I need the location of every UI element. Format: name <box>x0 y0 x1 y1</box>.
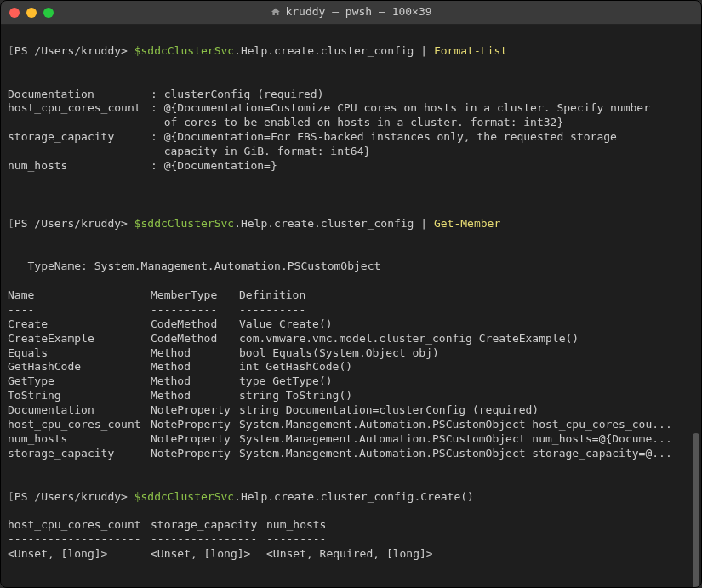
prompt-path: /Users/kruddy> <box>34 490 128 503</box>
scrollbar[interactable] <box>693 433 699 587</box>
cv2: <Unset, [long]> <box>151 547 266 562</box>
prompt-path: /Users/kruddy> <box>34 217 128 230</box>
terminal-body[interactable]: [PS /Users/kruddy> $sddcClusterSvc.Help.… <box>1 25 701 587</box>
window-title: kruddy — pwsh — 100×39 <box>270 5 431 20</box>
gm-def: int GetHashCode() <box>239 360 352 373</box>
fl-row: storage_capacity: @{Documentation=For EB… <box>8 130 617 143</box>
cmd-method: .Help.create.cluster_config <box>234 44 414 57</box>
gm-name: Create <box>8 317 151 332</box>
prompt-path: /Users/kruddy> <box>34 44 128 57</box>
ch1: host_cpu_cores_count <box>8 518 151 533</box>
cd3: --------- <box>266 533 326 545</box>
col-def: Definition <box>239 288 305 301</box>
gm-type: NoteProperty <box>151 447 239 461</box>
typename-label: TypeName: <box>27 260 87 272</box>
gm-def: type GetType() <box>239 374 333 387</box>
gm-row: CreateCodeMethodValue Create() <box>8 317 333 330</box>
titlebar: kruddy — pwsh — 100×39 <box>1 1 701 25</box>
gm-dashes: ------------------------ <box>8 303 305 316</box>
fl-row: of cores to be enabled on hosts in a clu… <box>8 116 563 128</box>
create-dashes: ----------------------------------------… <box>8 533 326 545</box>
fl-value: : clusterConfig (required) <box>151 88 324 100</box>
ch2: storage_capacity <box>151 518 266 533</box>
cmd-method: .Help.create.cluster_config <box>234 217 414 230</box>
fl-row: num_hosts: @{Documentation=} <box>8 159 277 172</box>
gm-type: NoteProperty <box>151 432 239 447</box>
gm-row: ToStringMethodstring ToString() <box>8 389 352 402</box>
cmd-var: $sddcClusterSvc <box>134 44 234 57</box>
fl-value: capacity in GiB. format: int64} <box>151 145 370 157</box>
fl-name: storage_capacity <box>8 130 151 145</box>
maximize-icon[interactable] <box>43 8 54 18</box>
gm-def: Value Create() <box>239 317 333 330</box>
gm-row: EqualsMethodbool Equals(System.Object ob… <box>8 346 439 359</box>
cd1: -------------------- <box>8 533 151 547</box>
bracket-open: [ <box>8 44 14 57</box>
gm-row: DocumentationNotePropertystring Document… <box>8 403 539 416</box>
col-dash: ---------- <box>239 303 305 316</box>
cmd-method-create: .Help.create.cluster_config.Create() <box>234 490 474 503</box>
gm-def: System.Management.Automation.PSCustomObj… <box>239 432 672 445</box>
gm-def: string Documentation=clusterConfig (requ… <box>239 403 539 416</box>
cmd-var: $sddcClusterSvc <box>134 490 234 503</box>
fl-name: num_hosts <box>8 159 151 174</box>
gm-type: NoteProperty <box>151 418 239 432</box>
create-values: <Unset, [long]><Unset, [long]><Unset, Re… <box>8 547 433 560</box>
terminal-window: kruddy — pwsh — 100×39 [PS /Users/kruddy… <box>0 0 702 588</box>
prompt-ps: PS <box>14 44 28 57</box>
gm-row: CreateExampleCodeMethodcom.vmware.vmc.mo… <box>8 332 579 345</box>
fl-value: : @{Documentation=For EBS-backed instanc… <box>151 130 617 143</box>
cmd-getmember: Get-Member <box>434 217 500 230</box>
col-dash: ---------- <box>151 303 239 317</box>
ch3: num_hosts <box>266 518 326 531</box>
gm-name: storage_capacity <box>8 447 151 461</box>
gm-type: Method <box>151 374 239 389</box>
gm-name: CreateExample <box>8 332 151 346</box>
prompt-ps: PS <box>14 490 28 503</box>
gm-def: bool Equals(System.Object obj) <box>239 346 439 359</box>
gm-type: NoteProperty <box>151 403 239 418</box>
cmd-var: $sddcClusterSvc <box>134 217 234 230</box>
gm-type: CodeMethod <box>151 317 239 332</box>
gm-row: num_hostsNotePropertySystem.Management.A… <box>8 432 672 445</box>
gm-def: System.Management.Automation.PSCustomObj… <box>239 447 672 460</box>
fl-value: of cores to be enabled on hosts in a clu… <box>151 116 563 128</box>
gm-row: host_cpu_cores_countNotePropertySystem.M… <box>8 418 672 431</box>
fl-name: Documentation <box>8 88 151 102</box>
gm-name: host_cpu_cores_count <box>8 418 151 432</box>
col-name: Name <box>8 288 151 303</box>
gm-def: com.vmware.vmc.model.cluster_config Crea… <box>239 332 579 345</box>
gm-name: num_hosts <box>8 432 151 447</box>
fl-name: host_cpu_cores_count <box>8 101 151 116</box>
fl-value: : @{Documentation=} <box>151 159 277 172</box>
traffic-lights <box>9 8 54 18</box>
cmd-pipe: | <box>414 44 433 57</box>
gm-type: Method <box>151 346 239 361</box>
gm-name: GetType <box>8 374 151 389</box>
cd2: ---------------- <box>151 533 266 547</box>
create-header: host_cpu_cores_countstorage_capacitynum_… <box>8 518 326 531</box>
gm-name: GetHashCode <box>8 360 151 374</box>
bracket-open: [ <box>8 490 14 503</box>
prompt-ps: PS <box>14 217 28 230</box>
fl-value: : @{Documentation=Customize CPU cores on… <box>151 101 650 114</box>
gm-type: CodeMethod <box>151 332 239 346</box>
cv1: <Unset, [long]> <box>8 547 151 562</box>
fl-row: Documentation: clusterConfig (required) <box>8 88 324 100</box>
gm-def: System.Management.Automation.PSCustomObj… <box>239 418 672 431</box>
gm-row: GetTypeMethodtype GetType() <box>8 374 333 387</box>
gm-name: Equals <box>8 346 151 361</box>
col-dash: ---- <box>8 303 151 317</box>
gm-name: ToString <box>8 389 151 403</box>
gm-def: string ToString() <box>239 389 352 402</box>
cmd-pipe: | <box>414 217 433 230</box>
fl-row: host_cpu_cores_count: @{Documentation=Cu… <box>8 101 650 114</box>
col-type: MemberType <box>151 288 239 303</box>
typename-value: System.Management.Automation.PSCustomObj… <box>94 260 381 272</box>
fl-row: capacity in GiB. format: int64} <box>8 145 370 157</box>
gm-row: GetHashCodeMethodint GetHashCode() <box>8 360 352 373</box>
cv3: <Unset, Required, [long]> <box>266 547 433 560</box>
minimize-icon[interactable] <box>26 8 37 18</box>
close-icon[interactable] <box>9 8 20 18</box>
gm-row: storage_capacityNotePropertySystem.Manag… <box>8 447 672 460</box>
